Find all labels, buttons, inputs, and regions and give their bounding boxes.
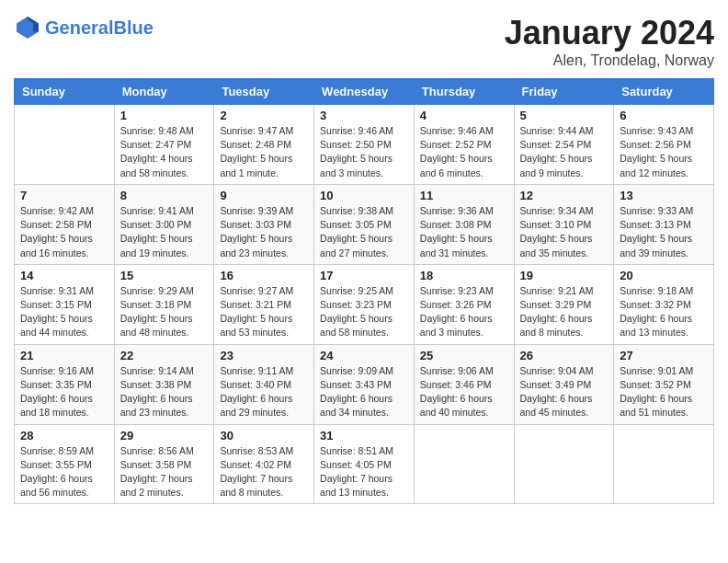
month-title: January 2024 — [505, 14, 714, 52]
day-info: Sunrise: 9:09 AM Sunset: 3:43 PM Dayligh… — [320, 364, 408, 420]
calendar-cell: 12Sunrise: 9:34 AM Sunset: 3:10 PM Dayli… — [514, 184, 614, 264]
day-number: 15 — [120, 269, 209, 282]
day-number: 12 — [520, 189, 609, 202]
calendar-cell — [614, 424, 714, 504]
weekday-header-sunday: Sunday — [15, 79, 115, 105]
calendar-cell: 31Sunrise: 8:51 AM Sunset: 4:05 PM Dayli… — [314, 424, 415, 504]
day-number: 29 — [120, 429, 209, 442]
calendar-cell: 17Sunrise: 9:25 AM Sunset: 3:23 PM Dayli… — [314, 264, 415, 344]
day-info: Sunrise: 9:18 AM Sunset: 3:32 PM Dayligh… — [620, 284, 708, 340]
week-row-1: 1Sunrise: 9:48 AM Sunset: 2:47 PM Daylig… — [15, 105, 714, 185]
day-number: 2 — [220, 109, 308, 122]
calendar-cell: 2Sunrise: 9:47 AM Sunset: 2:48 PM Daylig… — [214, 105, 314, 185]
calendar-cell: 24Sunrise: 9:09 AM Sunset: 3:43 PM Dayli… — [314, 344, 415, 424]
day-number: 16 — [220, 269, 308, 282]
calendar-cell: 9Sunrise: 9:39 AM Sunset: 3:03 PM Daylig… — [214, 184, 314, 264]
day-info: Sunrise: 9:16 AM Sunset: 3:35 PM Dayligh… — [20, 364, 108, 420]
calendar-cell: 5Sunrise: 9:44 AM Sunset: 2:54 PM Daylig… — [514, 105, 614, 185]
day-info: Sunrise: 9:39 AM Sunset: 3:03 PM Dayligh… — [220, 204, 308, 260]
calendar-cell: 10Sunrise: 9:38 AM Sunset: 3:05 PM Dayli… — [314, 184, 415, 264]
day-number: 3 — [320, 109, 408, 122]
calendar-cell: 27Sunrise: 9:01 AM Sunset: 3:52 PM Dayli… — [614, 344, 714, 424]
calendar-cell: 28Sunrise: 8:59 AM Sunset: 3:55 PM Dayli… — [15, 424, 115, 504]
day-number: 1 — [120, 109, 209, 122]
day-number: 5 — [520, 109, 609, 122]
logo-text: GeneralBlue — [45, 17, 154, 38]
day-info: Sunrise: 8:51 AM Sunset: 4:05 PM Dayligh… — [320, 444, 408, 500]
weekday-header-thursday: Thursday — [414, 79, 514, 105]
logo-line1: General — [45, 17, 113, 38]
calendar-cell: 16Sunrise: 9:27 AM Sunset: 3:21 PM Dayli… — [214, 264, 314, 344]
day-info: Sunrise: 9:25 AM Sunset: 3:23 PM Dayligh… — [320, 284, 408, 340]
day-info: Sunrise: 8:53 AM Sunset: 4:02 PM Dayligh… — [220, 444, 308, 500]
day-number: 13 — [620, 189, 708, 202]
week-row-5: 28Sunrise: 8:59 AM Sunset: 3:55 PM Dayli… — [15, 424, 714, 504]
day-number: 17 — [320, 269, 408, 282]
day-info: Sunrise: 9:44 AM Sunset: 2:54 PM Dayligh… — [520, 124, 609, 180]
day-info: Sunrise: 9:23 AM Sunset: 3:26 PM Dayligh… — [420, 284, 508, 340]
day-info: Sunrise: 9:48 AM Sunset: 2:47 PM Dayligh… — [120, 124, 209, 180]
day-number: 21 — [20, 349, 108, 362]
day-number: 27 — [620, 349, 708, 362]
day-number: 24 — [320, 349, 408, 362]
calendar-body: 1Sunrise: 9:48 AM Sunset: 2:47 PM Daylig… — [15, 105, 714, 504]
day-info: Sunrise: 8:56 AM Sunset: 3:58 PM Dayligh… — [120, 444, 209, 500]
calendar-cell: 25Sunrise: 9:06 AM Sunset: 3:46 PM Dayli… — [414, 344, 514, 424]
weekday-header-tuesday: Tuesday — [214, 79, 314, 105]
logo: GeneralBlue — [14, 14, 154, 41]
day-number: 7 — [20, 189, 108, 202]
day-info: Sunrise: 9:36 AM Sunset: 3:08 PM Dayligh… — [420, 204, 508, 260]
svg-marker-2 — [33, 24, 39, 32]
day-info: Sunrise: 9:33 AM Sunset: 3:13 PM Dayligh… — [620, 204, 708, 260]
week-row-4: 21Sunrise: 9:16 AM Sunset: 3:35 PM Dayli… — [15, 344, 714, 424]
calendar-cell: 7Sunrise: 9:42 AM Sunset: 2:58 PM Daylig… — [15, 184, 115, 264]
calendar-header: SundayMondayTuesdayWednesdayThursdayFrid… — [15, 79, 714, 105]
day-info: Sunrise: 9:31 AM Sunset: 3:15 PM Dayligh… — [20, 284, 108, 340]
calendar-cell: 11Sunrise: 9:36 AM Sunset: 3:08 PM Dayli… — [414, 184, 514, 264]
calendar-table: SundayMondayTuesdayWednesdayThursdayFrid… — [14, 78, 714, 504]
day-number: 18 — [420, 269, 508, 282]
day-number: 31 — [320, 429, 408, 442]
day-number: 30 — [220, 429, 308, 442]
day-info: Sunrise: 9:01 AM Sunset: 3:52 PM Dayligh… — [620, 364, 708, 420]
day-number: 6 — [620, 109, 708, 122]
day-info: Sunrise: 8:59 AM Sunset: 3:55 PM Dayligh… — [20, 444, 108, 500]
calendar-cell: 23Sunrise: 9:11 AM Sunset: 3:40 PM Dayli… — [214, 344, 314, 424]
day-info: Sunrise: 9:46 AM Sunset: 2:52 PM Dayligh… — [420, 124, 508, 180]
calendar-cell — [514, 424, 614, 504]
calendar-cell: 26Sunrise: 9:04 AM Sunset: 3:49 PM Dayli… — [514, 344, 614, 424]
day-number: 4 — [420, 109, 508, 122]
location-subtitle: Alen, Trondelag, Norway — [505, 52, 714, 69]
calendar-cell: 29Sunrise: 8:56 AM Sunset: 3:58 PM Dayli… — [114, 424, 214, 504]
calendar-cell: 4Sunrise: 9:46 AM Sunset: 2:52 PM Daylig… — [414, 105, 514, 185]
day-number: 26 — [520, 349, 609, 362]
day-number: 8 — [120, 189, 209, 202]
logo-line2: Blue — [113, 17, 153, 38]
calendar-cell — [15, 105, 115, 185]
day-number: 11 — [420, 189, 508, 202]
day-number: 14 — [20, 269, 108, 282]
day-number: 20 — [620, 269, 708, 282]
calendar-cell: 8Sunrise: 9:41 AM Sunset: 3:00 PM Daylig… — [114, 184, 214, 264]
day-info: Sunrise: 9:14 AM Sunset: 3:38 PM Dayligh… — [120, 364, 209, 420]
week-row-2: 7Sunrise: 9:42 AM Sunset: 2:58 PM Daylig… — [15, 184, 714, 264]
day-number: 22 — [120, 349, 209, 362]
calendar-cell — [414, 424, 514, 504]
day-info: Sunrise: 9:29 AM Sunset: 3:18 PM Dayligh… — [120, 284, 209, 340]
day-info: Sunrise: 9:47 AM Sunset: 2:48 PM Dayligh… — [220, 124, 308, 180]
calendar-cell: 20Sunrise: 9:18 AM Sunset: 3:32 PM Dayli… — [614, 264, 714, 344]
calendar-cell: 22Sunrise: 9:14 AM Sunset: 3:38 PM Dayli… — [114, 344, 214, 424]
calendar-cell: 14Sunrise: 9:31 AM Sunset: 3:15 PM Dayli… — [15, 264, 115, 344]
calendar-cell: 15Sunrise: 9:29 AM Sunset: 3:18 PM Dayli… — [114, 264, 214, 344]
weekday-header-saturday: Saturday — [614, 79, 714, 105]
day-info: Sunrise: 9:34 AM Sunset: 3:10 PM Dayligh… — [520, 204, 609, 260]
day-info: Sunrise: 9:41 AM Sunset: 3:00 PM Dayligh… — [120, 204, 209, 260]
day-info: Sunrise: 9:06 AM Sunset: 3:46 PM Dayligh… — [420, 364, 508, 420]
day-info: Sunrise: 9:27 AM Sunset: 3:21 PM Dayligh… — [220, 284, 308, 340]
weekday-row: SundayMondayTuesdayWednesdayThursdayFrid… — [15, 79, 714, 105]
day-info: Sunrise: 9:42 AM Sunset: 2:58 PM Dayligh… — [20, 204, 108, 260]
day-number: 28 — [20, 429, 108, 442]
day-number: 9 — [220, 189, 308, 202]
day-info: Sunrise: 9:21 AM Sunset: 3:29 PM Dayligh… — [520, 284, 609, 340]
day-number: 25 — [420, 349, 508, 362]
